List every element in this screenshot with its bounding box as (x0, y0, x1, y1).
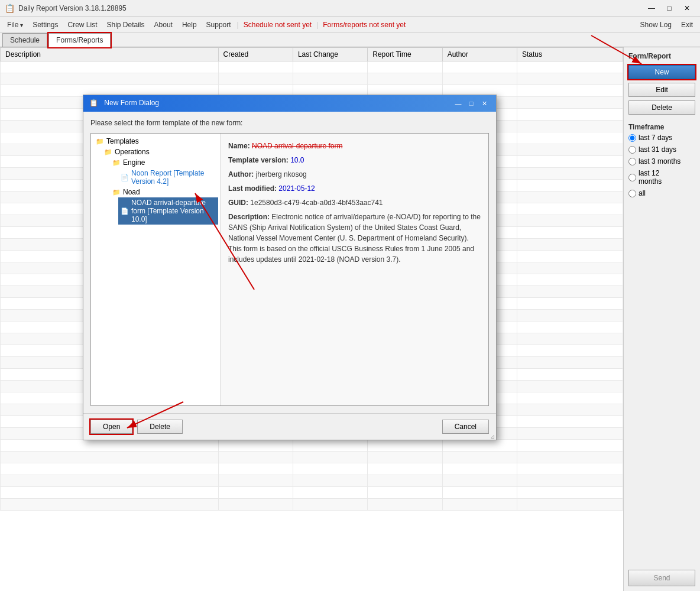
forms-status: Forms/reports not sent yet (319, 18, 409, 31)
menu-settings[interactable]: Settings (28, 18, 63, 31)
new-form-dialog: 📋 New Form Dialog — □ ✕ Please select th… (83, 95, 497, 440)
footer-delete-button[interactable]: Delete (137, 420, 183, 434)
table-row[interactable] (1, 463, 623, 475)
maximize-button[interactable]: □ (661, 2, 678, 14)
dialog-content: Please select the form template of the n… (83, 112, 496, 413)
col-report-time: Report Time (368, 48, 442, 61)
menu-right-actions: Show Log Exit (636, 18, 698, 31)
menu-ship-details[interactable]: Ship Details (102, 18, 150, 31)
timeframe-31days[interactable]: last 31 days (628, 145, 695, 154)
menu-bar: File Settings Crew List Ship Details Abo… (0, 17, 700, 33)
delete-button[interactable]: Delete (628, 100, 695, 115)
open-button[interactable]: Open (90, 420, 132, 434)
timeframe-section: Timeframe last 7 days last 31 days last … (628, 123, 695, 201)
detail-panel: Name: NOAD arrival-departure form Templa… (221, 134, 488, 405)
menu-file[interactable]: File (2, 18, 28, 31)
tree-panel: 📁 Templates 📁 Operations 📁 Engine (91, 134, 221, 405)
document-icon: 📄 (121, 207, 129, 215)
col-description: Description (1, 48, 219, 61)
tree-item-operations[interactable]: 📁 Operations (102, 147, 218, 157)
document-icon: 📄 (121, 174, 129, 181)
dialog-minimize-button[interactable]: — (452, 99, 464, 108)
menu-about[interactable]: About (150, 18, 177, 31)
send-container: Send (628, 570, 695, 586)
right-panel-title: Form/Report (628, 52, 695, 60)
tree-item-engine[interactable]: 📁 Engine (110, 157, 218, 168)
schedule-status: Schedule not sent yet (240, 18, 315, 31)
detail-author: Author: jherberg nkosog (228, 169, 481, 180)
minimize-button[interactable]: — (643, 2, 660, 14)
show-log-button[interactable]: Show Log (636, 18, 676, 31)
send-button[interactable]: Send (628, 570, 695, 586)
exit-button[interactable]: Exit (676, 18, 698, 31)
tree-item-noad-form[interactable]: 📄 NOAD arrival-departure form [Template … (118, 197, 218, 225)
resize-handle[interactable]: ⊿ (489, 433, 496, 440)
tab-schedule[interactable]: Schedule (2, 33, 47, 47)
table-row[interactable] (1, 73, 623, 85)
timeframe-7days[interactable]: last 7 days (628, 134, 695, 142)
tree-item-noad[interactable]: 📁 Noad (110, 187, 218, 197)
col-created: Created (218, 48, 293, 61)
app-icon: 📋 (5, 4, 15, 13)
folder-icon: 📁 (104, 148, 112, 156)
dialog-footer: Open Delete Cancel (83, 413, 496, 440)
dialog-title-bar: 📋 New Form Dialog — □ ✕ (83, 95, 496, 112)
detail-template-version: Template version: 10.0 (228, 155, 481, 165)
table-row[interactable] (1, 61, 623, 73)
menu-support[interactable]: Support (202, 18, 236, 31)
timeframe-3months[interactable]: last 3 months (628, 157, 695, 165)
new-button[interactable]: New (628, 65, 695, 79)
tree-item-templates[interactable]: 📁 Templates (93, 136, 218, 147)
table-row[interactable] (1, 440, 623, 452)
right-panel: Form/Report New Edit Delete Timeframe la… (623, 47, 700, 591)
timeframe-all[interactable]: all (628, 189, 695, 197)
detail-name: Name: NOAD arrival-departure form (228, 141, 481, 151)
detail-last-modified: Last modified: 2021-05-12 (228, 183, 481, 194)
cancel-button[interactable]: Cancel (442, 420, 489, 434)
dialog-close-button[interactable]: ✕ (478, 99, 490, 108)
table-row[interactable] (1, 487, 623, 499)
folder-icon: 📁 (112, 159, 121, 167)
edit-button[interactable]: Edit (628, 83, 695, 97)
timeframe-12months[interactable]: last 12months (628, 169, 695, 186)
col-author: Author (442, 48, 517, 61)
table-row[interactable] (1, 499, 623, 511)
table-row[interactable] (1, 475, 623, 487)
table-row[interactable] (1, 452, 623, 463)
dialog-subtitle: Please select the form template of the n… (90, 119, 489, 127)
detail-guid: GUID: 1e2580d3-c479-4cab-a0d3-4bf453aac7… (228, 197, 481, 208)
timeframe-title: Timeframe (628, 123, 695, 131)
dialog-controls: — □ ✕ (452, 99, 490, 108)
window-controls: — □ ✕ (643, 2, 695, 14)
col-status: Status (517, 48, 623, 61)
app-title: Daily Report Version 3.18.1.28895 (18, 4, 643, 12)
menu-separator: | (236, 21, 240, 29)
close-button[interactable]: ✕ (679, 2, 695, 14)
dialog-icon: 📋 (89, 99, 99, 108)
tab-bar: Schedule Forms/Reports (0, 33, 700, 47)
dialog-title: New Form Dialog (104, 99, 159, 107)
menu-help[interactable]: Help (177, 18, 202, 31)
dialog-maximize-button[interactable]: □ (465, 99, 477, 108)
menu-crew-list[interactable]: Crew List (63, 18, 102, 31)
folder-icon: 📁 (96, 138, 104, 145)
dialog-body: 📁 Templates 📁 Operations 📁 Engine (90, 133, 489, 406)
detail-description: Description: Electronic notice of arriva… (228, 212, 481, 265)
folder-icon: 📁 (112, 189, 121, 196)
col-last-change: Last Change (293, 48, 367, 61)
menu-separator2: | (315, 21, 319, 29)
title-bar: 📋 Daily Report Version 3.18.1.28895 — □ … (0, 0, 700, 17)
tab-forms-reports[interactable]: Forms/Reports (48, 33, 111, 47)
tree-item-noon-report[interactable]: 📄 Noon Report [Template Version 4.2] (118, 168, 218, 187)
